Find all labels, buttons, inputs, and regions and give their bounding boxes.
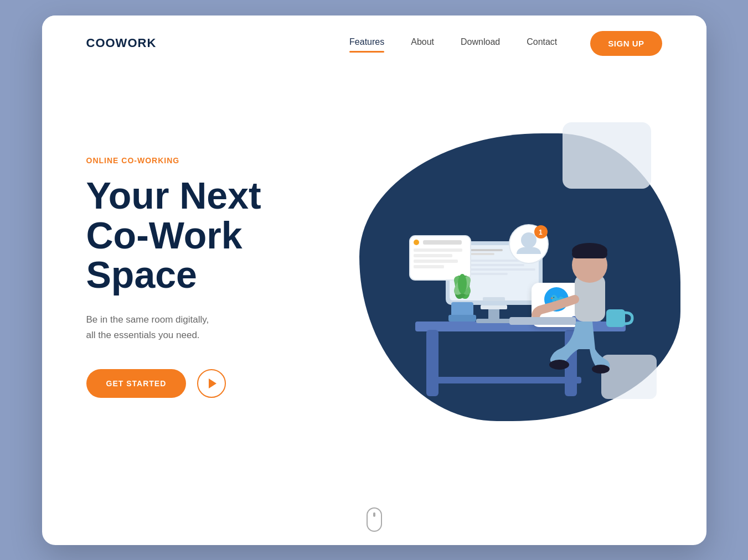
svg-rect-24 bbox=[414, 265, 444, 268]
svg-point-44 bbox=[549, 360, 569, 370]
svg-rect-49 bbox=[572, 250, 607, 258]
svg-point-19 bbox=[414, 240, 419, 245]
svg-rect-22 bbox=[414, 254, 452, 257]
scroll-indicator bbox=[42, 499, 706, 545]
hero-section: ONLINE CO-WORKING Your Next Co-Work Spac… bbox=[42, 67, 706, 499]
svg-rect-10 bbox=[470, 253, 494, 255]
nav-features[interactable]: Features bbox=[349, 37, 384, 49]
svg-rect-23 bbox=[414, 260, 458, 263]
svg-rect-33 bbox=[448, 315, 476, 322]
hero-left: ONLINE CO-WORKING Your Next Co-Work Spac… bbox=[86, 156, 345, 398]
play-icon bbox=[209, 378, 216, 388]
svg-rect-21 bbox=[414, 248, 462, 252]
logo: COOWORK bbox=[86, 36, 157, 50]
svg-rect-20 bbox=[423, 240, 462, 245]
svg-point-38 bbox=[458, 274, 467, 294]
svg-text:1: 1 bbox=[539, 229, 543, 236]
play-button[interactable] bbox=[197, 369, 226, 398]
svg-rect-41 bbox=[483, 297, 505, 301]
svg-rect-51 bbox=[509, 317, 576, 325]
nav-links: Features About Download Contact bbox=[349, 37, 557, 49]
browser-window: COOWORK Features About Download Contact … bbox=[42, 15, 706, 545]
navbar: COOWORK Features About Download Contact … bbox=[42, 15, 706, 67]
scroll-dot bbox=[373, 512, 375, 517]
svg-rect-9 bbox=[470, 249, 503, 251]
svg-point-45 bbox=[592, 365, 610, 374]
svg-rect-1 bbox=[426, 330, 439, 396]
nav-contact[interactable]: Contact bbox=[527, 37, 557, 49]
scroll-mouse bbox=[367, 507, 382, 532]
hero-actions: GET STARTED bbox=[86, 369, 345, 398]
hero-illustration: 🐦 1 bbox=[360, 133, 648, 421]
svg-rect-39 bbox=[481, 305, 507, 309]
svg-rect-40 bbox=[482, 300, 506, 305]
svg-point-29 bbox=[521, 232, 537, 248]
nav-about[interactable]: About bbox=[411, 37, 434, 49]
nav-download[interactable]: Download bbox=[461, 37, 500, 49]
get-started-button[interactable]: GET STARTED bbox=[86, 369, 187, 398]
svg-rect-3 bbox=[432, 377, 581, 383]
hero-eyebrow: ONLINE CO-WORKING bbox=[86, 156, 345, 165]
svg-rect-5 bbox=[476, 319, 512, 323]
hero-title: Your Next Co-Work Space bbox=[86, 176, 345, 294]
signup-button[interactable]: SIGN UP bbox=[590, 31, 662, 56]
svg-rect-50 bbox=[606, 309, 625, 327]
hero-description: Be in the same room digitally,all the es… bbox=[86, 312, 264, 342]
hero-right: 🐦 1 bbox=[345, 111, 662, 443]
